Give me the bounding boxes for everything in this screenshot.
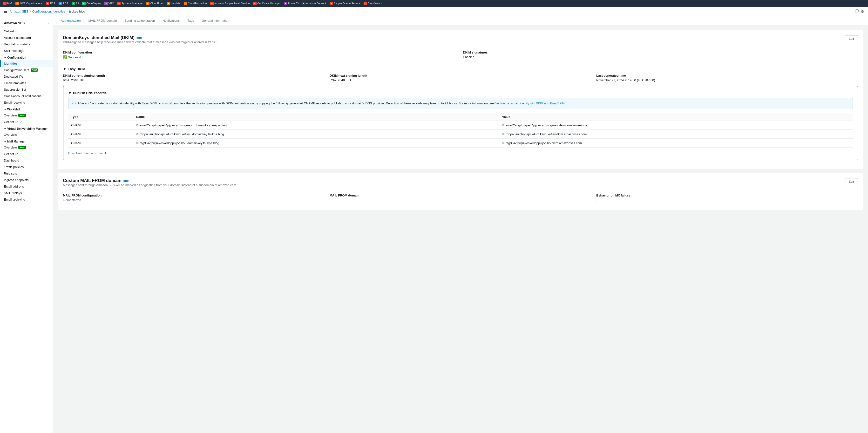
- mail-manager-badge: New: [18, 146, 26, 149]
- cloudformation-icon: C: [184, 2, 187, 5]
- dns-col-type: Type: [68, 113, 133, 121]
- copy-name-2-icon[interactable]: ⧉: [136, 132, 138, 136]
- download-csv-link[interactable]: Download .csv record set ⬇: [68, 151, 853, 155]
- sidebar-item-dedicated-ips[interactable]: Dedicated IPs: [0, 73, 53, 80]
- top-navigation: I IAM A AWS Organizations E EC2 R RDS S …: [0, 0, 868, 7]
- nav-item-vpc[interactable]: V VPC: [103, 1, 115, 5]
- systems-manager-icon: S: [117, 2, 121, 5]
- dns-row-2-value: ⧉ r6bpa5suighopejrckdun5kzy65ei4ey.dkim.…: [499, 130, 853, 138]
- nav-item-sqs[interactable]: S Simple Queue Service: [329, 1, 361, 5]
- nav-item-s3[interactable]: S S3: [70, 1, 80, 5]
- sidebar-collapse-btn[interactable]: ‹: [48, 21, 49, 25]
- dns-row-3: CNAME ⧉ teg3jvi7tpwji47eskerlhppujj5gib5…: [68, 138, 853, 148]
- sidebar-item-smtp-settings[interactable]: SMTP settings: [0, 48, 53, 54]
- verifying-domain-link[interactable]: Verifying a domain identity with DKIM: [495, 102, 543, 105]
- tab-general-info[interactable]: General information: [198, 17, 233, 25]
- nav-item-ses[interactable]: S Amazon Simple Email Service: [209, 1, 251, 5]
- sidebar-item-email-archiving[interactable]: Email archiving: [0, 196, 53, 203]
- dns-records-table: Type Name Value CNAME ⧉: [68, 113, 853, 148]
- mail-from-edit-button[interactable]: Edit: [845, 178, 858, 185]
- sidebar-item-email-receiving[interactable]: Email receiving: [0, 99, 53, 106]
- easy-dkim-link[interactable]: Easy DKIM: [550, 102, 565, 105]
- bedrock-icon: B: [302, 2, 306, 5]
- next-signing-value: RSA_2048_BIT: [330, 79, 591, 82]
- tab-authentication[interactable]: Authentication: [57, 17, 84, 25]
- nav-item-cloudwatch[interactable]: C CloudWatch: [362, 1, 383, 5]
- sidebar-item-account-dashboard[interactable]: Account dashboard: [0, 34, 53, 41]
- nav-item-cloudfront[interactable]: C CloudFront: [145, 1, 164, 5]
- tab-tags[interactable]: Tags: [184, 17, 198, 25]
- last-generated-value: November 21, 2024 at 14:50 (UTC+07:00): [596, 79, 858, 82]
- info-button[interactable]: ⓘ: [855, 9, 859, 14]
- tab-notifications[interactable]: Notifications: [159, 17, 184, 25]
- ses-icon: S: [210, 2, 214, 5]
- copy-value-3-icon[interactable]: ⧉: [502, 141, 504, 145]
- iam-icon: I: [3, 2, 6, 5]
- copy-value-1-icon[interactable]: ⧉: [502, 123, 504, 127]
- dkim-card-header: DomainKeys Identified Mail (DKIM) Info D…: [63, 35, 858, 48]
- settings-button[interactable]: ⚙: [861, 9, 864, 14]
- tab-mail-from[interactable]: MAIL FROM domain: [84, 17, 121, 25]
- sidebar-item-suppression-list[interactable]: Suppression list: [0, 86, 53, 93]
- sidebar: Amazon SES ‹ Get set up Account dashboar…: [0, 17, 53, 433]
- sidebar-item-workmail-setup[interactable]: Get set up ↗: [0, 119, 53, 125]
- sidebar-section-configuration[interactable]: ▼ Configuration: [0, 54, 53, 60]
- copy-value-2-icon[interactable]: ⧉: [502, 132, 504, 136]
- cloudwatch-icon: C: [364, 2, 367, 5]
- ec2-icon: E: [46, 2, 49, 5]
- sidebar-item-reputation-metrics[interactable]: Reputation metrics: [0, 41, 53, 48]
- nav-item-cert-manager[interactable]: C Certificate Manager: [252, 1, 282, 5]
- nav-item-ec2[interactable]: E EC2: [44, 1, 56, 5]
- main-content: Authentication MAIL FROM domain Sending …: [53, 17, 868, 433]
- sidebar-item-cross-account[interactable]: Cross-account notifications: [0, 93, 53, 99]
- dkim-edit-button[interactable]: Edit: [845, 35, 858, 42]
- publish-dns-card: ▼ Publish DNS records ⓘ After you've cre…: [63, 86, 858, 160]
- copy-name-1-icon[interactable]: ⧉: [136, 123, 138, 127]
- sidebar-item-mail-manager-overview[interactable]: Overview New: [0, 144, 53, 151]
- sidebar-item-configuration-sets[interactable]: Configuration sets New: [0, 67, 53, 73]
- rds-icon: R: [59, 2, 62, 5]
- tab-sending-auth[interactable]: Sending authorization: [121, 17, 159, 25]
- nav-item-bedrock[interactable]: B Amazon Bedrock: [301, 1, 328, 5]
- dns-row-3-type: CNAME: [68, 138, 133, 148]
- sidebar-item-traffic-policies[interactable]: Traffic policies: [0, 164, 53, 170]
- publish-dns-header: ▼ Publish DNS records: [68, 91, 853, 95]
- breadcrumb-actions: ⓘ ⚙: [855, 9, 864, 14]
- nav-item-aws-org[interactable]: A AWS Organizations: [14, 1, 44, 5]
- sidebar-item-mail-manager-setup[interactable]: Get set up: [0, 151, 53, 157]
- breadcrumb-home[interactable]: Amazon SES: [10, 10, 28, 13]
- dns-row-1-value: ⧉ kwe62agg4rqepeh4pjjpuzyx5wdgmefr.dkim.…: [499, 121, 853, 130]
- sidebar-item-mail-manager-dashboard[interactable]: Dashboard: [0, 157, 53, 164]
- sidebar-item-smtp-relays[interactable]: SMTP relays: [0, 190, 53, 196]
- breadcrumb-parent[interactable]: Configuration: Identities: [32, 10, 65, 13]
- nav-item-codedeploy[interactable]: C CodeDeploy: [81, 1, 102, 5]
- sidebar-section-mail-manager[interactable]: ▼ Mail Manager: [0, 138, 53, 144]
- sidebar-item-rule-sets[interactable]: Rule sets: [0, 170, 53, 177]
- sidebar-section-workmail[interactable]: ▼ WorkMail: [0, 106, 53, 112]
- sidebar-section-vdm[interactable]: ▼ Virtual Deliverability Manager: [0, 125, 53, 131]
- publish-dns-info-box: ⓘ After you've created your domain ident…: [68, 98, 853, 109]
- nav-item-route53[interactable]: R Route 53: [283, 1, 300, 5]
- nav-item-iam[interactable]: I IAM: [2, 1, 13, 5]
- sidebar-item-email-templates[interactable]: Email templates: [0, 80, 53, 86]
- lambda-icon: λ: [167, 2, 170, 5]
- nav-item-cloudformation[interactable]: C CloudFormation: [183, 1, 208, 5]
- menu-button[interactable]: ☰: [4, 9, 7, 14]
- mail-from-info-link[interactable]: Info: [123, 179, 129, 183]
- copy-name-3-icon[interactable]: ⧉: [136, 141, 138, 145]
- nav-item-systems-manager[interactable]: S Systems Manager: [116, 1, 144, 5]
- sidebar-item-get-set-up[interactable]: Get set up: [0, 28, 53, 34]
- config-sets-badge: New: [31, 68, 38, 71]
- dkim-info-link[interactable]: Info: [136, 36, 142, 39]
- sidebar-item-identities[interactable]: Identities: [0, 60, 53, 67]
- dkim-signatures-col: DKIM signatures Enabled: [463, 51, 858, 59]
- mail-manager-arrow-icon: ▼: [4, 140, 6, 143]
- sidebar-item-workmail-overview[interactable]: Overview New: [0, 112, 53, 119]
- sidebar-item-vdm-overview[interactable]: Overview: [0, 131, 53, 138]
- nav-item-rds[interactable]: R RDS: [57, 1, 69, 5]
- sidebar-item-email-addons[interactable]: Email add-ons: [0, 183, 53, 190]
- sidebar-item-ingress-endpoints[interactable]: Ingress endpoints: [0, 177, 53, 183]
- nav-item-lambda[interactable]: λ Lambda: [166, 1, 182, 5]
- mail-from-behavior-label: Behavior on MX failure: [596, 194, 858, 197]
- mail-from-config-label: MAIL FROM configuration: [63, 194, 325, 197]
